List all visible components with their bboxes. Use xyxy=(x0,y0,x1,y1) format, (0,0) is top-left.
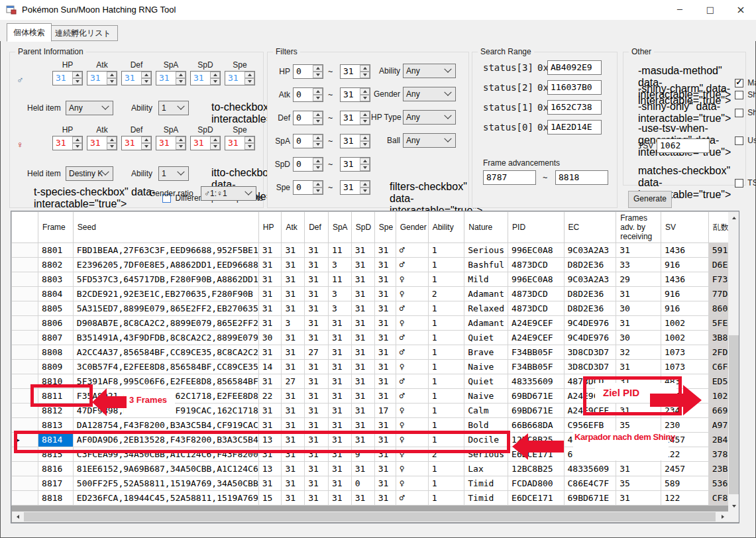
cell-nature[interactable]: Naive xyxy=(464,360,508,374)
cell-pid[interactable]: 66B668DA xyxy=(508,418,564,433)
row-header[interactable] xyxy=(12,243,38,258)
cell-seed[interactable]: E2396205,7DF0E8E5,A8862DD1,EED96688 xyxy=(73,258,258,272)
cell-iv[interactable]: 31 xyxy=(282,389,305,404)
cell-iv[interactable]: 31 xyxy=(305,316,329,331)
numeric-stepper[interactable]: 31 xyxy=(190,71,221,85)
cell-iv[interactable]: 30 xyxy=(258,331,282,345)
scroll-left-icon[interactable] xyxy=(12,511,23,522)
cell-frame[interactable]: 8802 xyxy=(38,258,74,272)
cell-frame[interactable]: 8801 xyxy=(38,243,74,258)
cell-gender[interactable]: ♀ xyxy=(396,287,428,301)
numeric-stepper[interactable]: 31 xyxy=(52,136,83,150)
frame-to-input[interactable]: 8818 xyxy=(555,170,608,185)
cell-ec[interactable]: D8D2E36 xyxy=(564,301,616,316)
spin-down-icon[interactable] xyxy=(360,95,370,101)
cell-iv[interactable]: 31 xyxy=(282,258,305,272)
cell-iv[interactable]: 31 xyxy=(374,243,396,258)
cell-iv[interactable]: 14 xyxy=(258,360,282,374)
cell-iv[interactable]: 31 xyxy=(351,491,374,506)
status-input[interactable]: 116037B0 xyxy=(547,80,602,95)
cell-iv[interactable]: 31 xyxy=(328,462,351,476)
spin-up-icon[interactable] xyxy=(141,72,151,78)
cell-ability[interactable]: 1 xyxy=(428,389,464,404)
cell-iv[interactable]: 31 xyxy=(305,462,329,476)
row-header[interactable] xyxy=(12,272,38,287)
cell-ability[interactable]: 1 xyxy=(428,272,464,287)
cell-iv[interactable]: 31 xyxy=(374,491,396,506)
cell-iv[interactable]: 31 xyxy=(305,389,329,404)
cell-gender[interactable]: ♀ xyxy=(396,360,428,374)
column-header[interactable]: Framesadv. by receiving xyxy=(616,212,661,243)
spin-up-icon[interactable] xyxy=(141,136,151,143)
status-input[interactable]: 1652C738 xyxy=(547,100,602,115)
spin-up-icon[interactable] xyxy=(313,181,323,188)
hscroll-thumb[interactable] xyxy=(24,512,716,521)
cell-iv[interactable]: 13 xyxy=(258,462,282,476)
cell-pid[interactable]: 996EC0A8 xyxy=(508,243,564,258)
cell-seed[interactable]: 81EE6152,9A69B687,34A50CBB,A1C124C6 xyxy=(73,462,258,476)
cell-iv[interactable]: 31 xyxy=(282,243,305,258)
cell-iv[interactable]: 15 xyxy=(258,491,282,506)
numeric-stepper[interactable]: 31 xyxy=(52,71,83,85)
spin-down-icon[interactable] xyxy=(360,118,370,125)
cell-iv[interactable]: 31 xyxy=(305,301,329,316)
cell-frame[interactable]: 8804 xyxy=(38,287,74,301)
column-header[interactable]: Frame xyxy=(38,212,74,243)
cell-iv[interactable]: 31 xyxy=(282,404,305,418)
cell-pid[interactable]: FCDAD800 xyxy=(508,476,564,491)
cell-iv[interactable]: 31 xyxy=(351,301,374,316)
cell-frame[interactable]: 8803 xyxy=(38,272,74,287)
cell-iv[interactable]: 31 xyxy=(282,476,305,491)
cell-ability[interactable]: 1 xyxy=(428,243,464,258)
generate-button[interactable]: Generate xyxy=(628,191,672,208)
spin-down-icon[interactable] xyxy=(72,143,82,150)
cell-iv[interactable]: 11 xyxy=(328,243,351,258)
column-header[interactable]: PID xyxy=(508,212,564,243)
cell-iv[interactable]: 31 xyxy=(351,331,374,345)
cell-nature[interactable]: Adamant xyxy=(464,287,508,301)
numeric-stepper[interactable]: 0 xyxy=(293,87,323,102)
cell-ability[interactable]: 1 xyxy=(428,301,464,316)
table-row[interactable]: 8817500FF2F5,52A58811,1519A769,34A50CBB3… xyxy=(12,476,739,491)
row-header[interactable] xyxy=(12,360,38,374)
table-row[interactable]: 8808A2CC4A37,856584BF,CC89CE35,8C8CA2C23… xyxy=(12,345,739,360)
cell-iv[interactable]: 11 xyxy=(328,272,351,287)
status-input[interactable]: AB4092E9 xyxy=(547,60,602,75)
column-header[interactable]: Nature xyxy=(464,212,508,243)
cell-iv[interactable]: 31 xyxy=(351,258,374,272)
numeric-stepper[interactable]: 0 xyxy=(293,64,323,79)
column-header[interactable]: Spe xyxy=(374,212,396,243)
cell-iv[interactable]: 31 xyxy=(374,287,396,301)
cell-frame[interactable]: 8808 xyxy=(38,345,74,360)
spin-down-icon[interactable] xyxy=(313,141,323,148)
cell-iv[interactable]: 31 xyxy=(374,272,396,287)
spin-down-icon[interactable] xyxy=(313,118,323,125)
cell-seed[interactable]: B2CDE921,92E3E1C,EB270635,F280F90B xyxy=(73,287,258,301)
cell-nature[interactable]: Relaxed xyxy=(464,301,508,316)
cell-iv[interactable]: 31 xyxy=(328,360,351,374)
cell-frames-adv[interactable]: 31 xyxy=(616,287,661,301)
cell-iv[interactable]: 31 xyxy=(258,272,282,287)
male-ability-dropdown[interactable]: 1 xyxy=(158,101,189,115)
spin-up-icon[interactable] xyxy=(360,158,370,164)
cell-ability[interactable]: 1 xyxy=(428,331,464,345)
spin-up-icon[interactable] xyxy=(313,134,323,141)
cell-gender[interactable]: ♂ xyxy=(396,258,428,272)
cell-frame[interactable]: 8809 xyxy=(38,360,74,374)
cell-nature[interactable]: Serious xyxy=(464,243,508,258)
cell-frames-adv[interactable]: 32 xyxy=(616,345,661,360)
cell-pid[interactable]: 4873DCD xyxy=(508,258,564,272)
cell-iv[interactable]: 31 xyxy=(328,491,351,506)
spin-down-icon[interactable] xyxy=(107,78,117,85)
cell-iv[interactable]: 31 xyxy=(374,389,396,404)
cell-iv[interactable]: 31 xyxy=(305,374,329,389)
numeric-stepper[interactable]: 31 xyxy=(156,71,186,85)
numeric-stepper[interactable]: 31 xyxy=(340,64,370,79)
cell-seed[interactable]: D908AB7E,8C8CA2C2,8899E079,865E2FF2 xyxy=(73,316,258,331)
checkbox-box[interactable] xyxy=(735,91,743,99)
column-header[interactable]: Ability xyxy=(428,212,464,243)
cell-ability[interactable]: 1 xyxy=(428,491,464,506)
cell-iv[interactable]: 31 xyxy=(374,476,396,491)
cell-iv[interactable]: 31 xyxy=(351,316,374,331)
numeric-stepper[interactable]: 31 xyxy=(87,71,117,85)
